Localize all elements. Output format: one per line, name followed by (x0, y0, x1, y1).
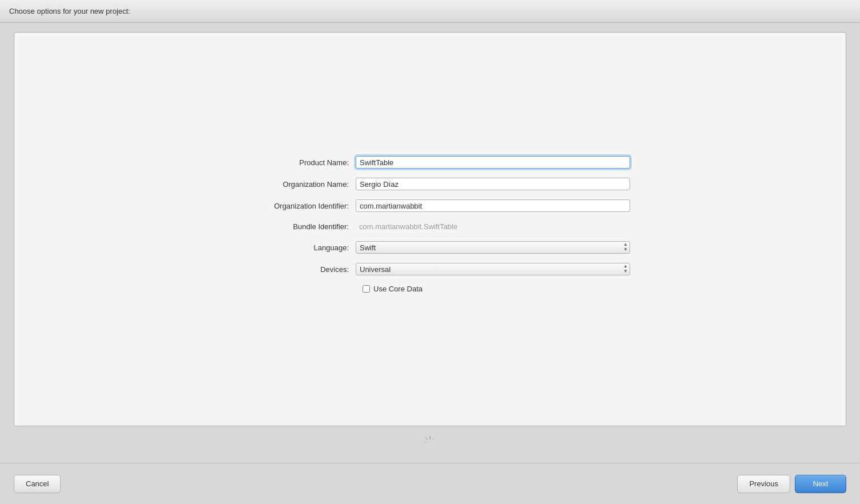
form-panel: Product Name: Organization Name: Organiz… (14, 32, 846, 426)
org-identifier-label: Organization Identifier: (230, 202, 356, 210)
window: Choose options for your new project: Pro… (0, 0, 860, 504)
svg-line-2 (425, 438, 427, 439)
org-identifier-row: Organization Identifier: (230, 199, 630, 212)
language-select[interactable]: Swift Objective-C (356, 241, 630, 254)
next-button[interactable]: Next (795, 475, 846, 493)
previous-button[interactable]: Previous (737, 475, 790, 493)
footer: Cancel Previous Next (0, 463, 860, 504)
core-data-row: Use Core Data (230, 285, 630, 293)
bundle-identifier-value: com.martianwabbit.SwiftTable (356, 221, 630, 232)
title-bar: Choose options for your new project: (0, 0, 860, 23)
svg-line-6 (425, 445, 427, 447)
org-name-label: Organization Name: (230, 180, 356, 189)
use-core-data-label: Use Core Data (373, 285, 423, 293)
devices-select[interactable]: Universal iPhone iPad (356, 263, 630, 275)
language-select-wrapper: Swift Objective-C ▲ ▼ (356, 241, 630, 254)
use-core-data-checkbox[interactable] (363, 285, 370, 293)
svg-line-7 (433, 438, 435, 439)
page-title: Choose options for your new project: (9, 7, 130, 15)
bundle-identifier-row: Bundle Identifier: com.martianwabbit.Swi… (230, 221, 630, 232)
devices-select-wrapper: Universal iPhone iPad ▲ ▼ (356, 263, 630, 275)
cancel-button[interactable]: Cancel (14, 475, 61, 493)
language-label: Language: (230, 243, 356, 252)
org-name-row: Organization Name: (230, 178, 630, 190)
org-identifier-input[interactable] (356, 199, 630, 212)
org-name-input[interactable] (356, 178, 630, 190)
product-name-input[interactable] (356, 156, 630, 169)
form-container: Product Name: Organization Name: Organiz… (230, 156, 630, 302)
product-name-label: Product Name: (230, 158, 356, 167)
main-content: Product Name: Organization Name: Organiz… (0, 23, 860, 463)
footer-right: Previous Next (737, 475, 846, 493)
spinner-icon (423, 435, 437, 449)
devices-row: Devices: Universal iPhone iPad ▲ ▼ (230, 263, 630, 275)
svg-line-3 (433, 445, 435, 447)
devices-label: Devices: (230, 265, 356, 274)
language-row: Language: Swift Objective-C ▲ ▼ (230, 241, 630, 254)
spinner (14, 435, 846, 454)
bundle-identifier-label: Bundle Identifier: (230, 222, 356, 231)
product-name-row: Product Name: (230, 156, 630, 169)
